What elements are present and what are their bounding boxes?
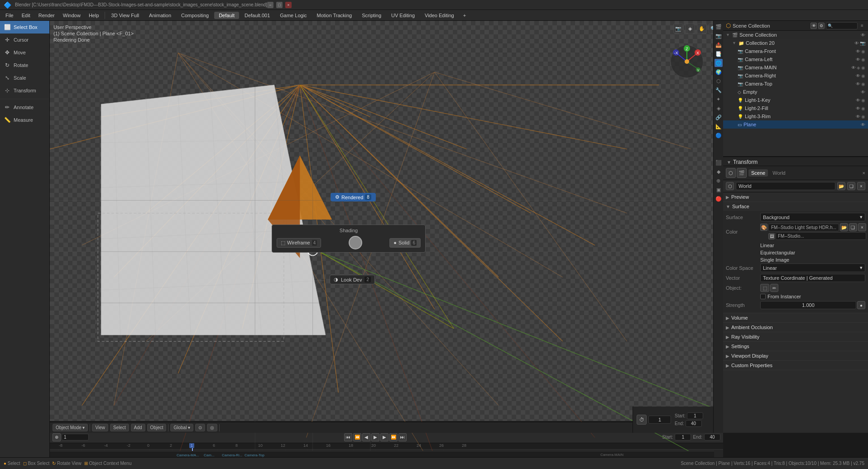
tool-measure[interactable]: 📏 Measure <box>0 114 49 126</box>
tab-videoediting[interactable]: Video Editing <box>420 12 459 19</box>
object-mode-dropdown[interactable]: Object Mode ▾ <box>53 424 88 431</box>
props-material-btn[interactable]: 🔵 <box>715 131 723 139</box>
camfront-eye[interactable]: 👁 <box>856 49 860 54</box>
strength-anim-btn[interactable]: ● <box>857 301 865 309</box>
outliner-filter2[interactable]: ⚙ <box>818 23 825 29</box>
menu-help[interactable]: Help <box>85 12 103 19</box>
col20-camera[interactable]: 📷 <box>860 41 865 46</box>
props-data-btn[interactable]: 📐 <box>715 122 723 130</box>
light3-eye[interactable]: 👁 <box>856 114 860 119</box>
world-browse-btn[interactable]: 📂 <box>837 182 845 190</box>
lookdev-badge[interactable]: ◑ Look Dev 2 <box>330 275 375 284</box>
color-filename[interactable]: FM--Studio Light Setup HDR.h... <box>768 224 839 231</box>
world-type-icon[interactable]: ⬡ <box>726 182 734 190</box>
close-button[interactable]: × <box>285 2 292 8</box>
fc-current-frame[interactable]: 1 <box>648 416 671 424</box>
tool-cursor[interactable]: ✛ Cursor <box>0 34 49 46</box>
properties-icon[interactable]: ⬡ <box>726 168 736 178</box>
world-x-btn[interactable]: × <box>857 182 865 190</box>
outliner-toggle-filter[interactable]: ≡ <box>859 23 865 29</box>
viewport-camera-btn[interactable]: 📷 <box>673 24 683 34</box>
tab-default001[interactable]: Default.001 <box>240 12 274 19</box>
add-menu[interactable]: Add <box>131 424 145 431</box>
tab-3dviewfull[interactable]: 3D View Full <box>107 12 144 19</box>
camright-eye[interactable]: 👁 <box>856 73 860 78</box>
fc-start-value[interactable]: 1 <box>687 412 703 419</box>
props-world-btn[interactable]: 🌍 <box>715 68 723 76</box>
world-name-input[interactable]: World <box>736 182 835 190</box>
tab-compositing[interactable]: Compositing <box>177 12 213 19</box>
outliner-item-light2[interactable]: 💡 Light-2-Fill 👁 ◉ <box>723 104 868 112</box>
vector-dropdown[interactable]: Texture Coordinate | Generated <box>760 274 865 282</box>
tool-move[interactable]: ✥ Move <box>0 46 49 59</box>
select-menu[interactable]: Select <box>110 424 129 431</box>
wp-close-btn[interactable]: × <box>863 170 865 176</box>
cammain-vis[interactable]: ◉ <box>861 65 865 70</box>
outliner-item-empty[interactable]: ◇ Empty 👁 <box>723 88 868 96</box>
solid-btn[interactable]: ● Solid 6 <box>389 238 421 248</box>
props-extra2-btn[interactable]: ◆ <box>715 168 723 176</box>
menu-edit[interactable]: Edit <box>18 12 34 19</box>
global-dropdown[interactable]: Global ▾ <box>170 424 193 431</box>
maximize-button[interactable]: □ <box>276 2 283 8</box>
shading-circle-indicator[interactable] <box>349 236 362 249</box>
snap-btn[interactable]: ⊙ <box>195 424 205 431</box>
viewport-render-btn[interactable]: ◈ <box>685 24 695 34</box>
camtop-vis[interactable]: ◉ <box>861 81 865 86</box>
outliner-item-camera-top[interactable]: 📷 Camera-Top 👁 ◉ <box>723 80 868 88</box>
sc-eye-icon[interactable]: 👁 <box>861 33 865 38</box>
view-menu[interactable]: View <box>92 424 108 431</box>
viewport-3d[interactable]: User Perspective (1) Scene Collection | … <box>50 21 723 457</box>
volume-header[interactable]: ▶ Volume <box>723 313 868 322</box>
fc-end-value[interactable]: 40 <box>686 420 702 427</box>
tab-add-button[interactable]: + <box>460 12 470 19</box>
tab-gamelogic[interactable]: Game Logic <box>275 12 311 19</box>
tool-transform[interactable]: ⊹ Transform <box>0 84 49 97</box>
preview-header[interactable]: ▶ Preview <box>723 192 868 201</box>
props-extra3-btn[interactable]: ⊕ <box>715 177 723 185</box>
tab-default[interactable]: Default <box>214 12 239 19</box>
object-edit-btn[interactable]: ✏ <box>770 284 778 292</box>
props-extra4-btn[interactable]: ▣ <box>715 186 723 194</box>
from-instancer-checkbox[interactable] <box>760 294 766 299</box>
surface-type-dropdown[interactable]: Background ▾ <box>760 213 865 221</box>
tab-animation[interactable]: Animation <box>144 12 176 19</box>
tool-scale[interactable]: ⤡ Scale <box>0 72 49 84</box>
props-render-btn[interactable]: 📷 <box>715 32 723 40</box>
color-x-btn[interactable]: × <box>858 223 866 231</box>
vd-header[interactable]: ▶ Viewport Display <box>723 351 868 360</box>
wp-tab-scene[interactable]: Scene <box>748 169 768 177</box>
settings-header[interactable]: ▶ Settings <box>723 342 868 351</box>
colorspace-dropdown[interactable]: Linear ▾ <box>760 263 865 272</box>
props-physics-btn[interactable]: ◈ <box>715 104 723 112</box>
menu-file[interactable]: File <box>2 12 17 19</box>
menu-window[interactable]: Window <box>59 12 84 19</box>
props-constraints-btn[interactable]: 🔗 <box>715 113 723 121</box>
object-icon-btn[interactable]: ⬚ <box>760 284 769 292</box>
tool-rotate[interactable]: ↻ Rotate <box>0 59 49 72</box>
rv-header[interactable]: ▶ Ray Visibility <box>723 332 868 341</box>
outliner-item-scenecollection[interactable]: ▼ 🎬 Scene Collection 👁 <box>723 31 868 39</box>
surface-header[interactable]: ▼ Surface <box>723 202 868 211</box>
cammain-eye[interactable]: 👁 <box>851 65 856 70</box>
wireframe-btn[interactable]: ⬚ Wireframe 4 <box>277 238 321 248</box>
tool-select-box[interactable]: ⬜ Select Box <box>0 21 49 34</box>
light2-eye[interactable]: 👁 <box>856 106 860 111</box>
outliner-search[interactable]: 🔍 <box>826 22 858 29</box>
color-copy-btn[interactable]: ❏ <box>849 223 857 231</box>
outliner-item-plane[interactable]: ▭ Plane 👁 <box>723 120 868 129</box>
props-scene2-btn[interactable]: 🌐 <box>715 59 723 67</box>
scene-icon-btn[interactable]: 🎬 <box>737 168 747 178</box>
camfront-vis[interactable]: ◉ <box>861 49 865 54</box>
props-extra5-btn[interactable]: 🔴 <box>715 195 723 203</box>
wp-tab-world[interactable]: World <box>770 169 788 177</box>
light1-eye[interactable]: 👁 <box>856 98 860 103</box>
outliner-item-light3[interactable]: 💡 Light-3-Rim 👁 ◉ <box>723 112 868 120</box>
props-particles-btn[interactable]: ✦ <box>715 95 723 103</box>
outliner-scroll[interactable]: ▼ 🎬 Scene Collection 👁 ▼ 📁 Collection 20… <box>723 31 868 156</box>
tab-scripting[interactable]: Scripting <box>357 12 386 19</box>
props-extra1-btn[interactable]: ⬛ <box>715 158 723 167</box>
light1-vis[interactable]: ◉ <box>861 98 865 103</box>
tab-motiontracking[interactable]: Motion Tracking <box>312 12 357 19</box>
outliner-item-camera-left[interactable]: 📷 Camera-Left 👁 ◉ <box>723 55 868 63</box>
